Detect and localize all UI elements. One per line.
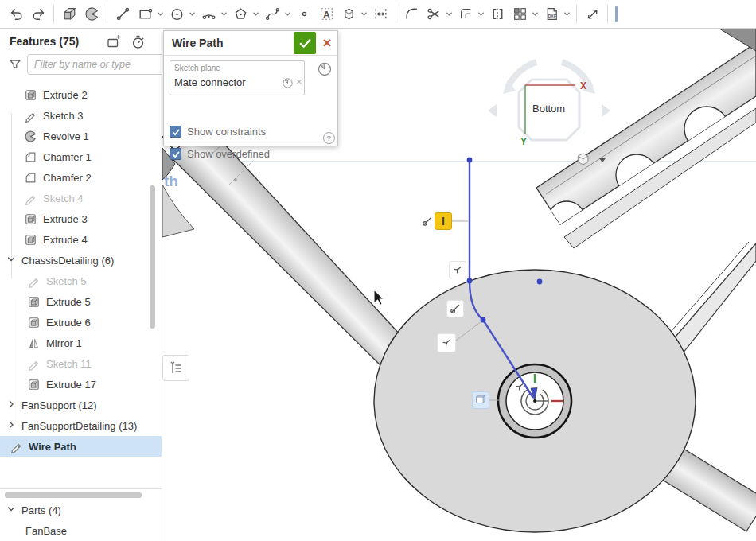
panel-scrollbar-thumb[interactable] bbox=[150, 185, 155, 329]
view-cube-menu-button[interactable] bbox=[573, 150, 610, 170]
feature-row[interactable]: Extrude 2 bbox=[0, 84, 162, 105]
trim-dropdown[interactable] bbox=[444, 4, 454, 25]
pattern-tool-group bbox=[509, 4, 540, 25]
sketch-dimension-icon[interactable] bbox=[370, 4, 391, 25]
sketch-polygon-icon[interactable] bbox=[230, 4, 251, 25]
extrude-solid-icon[interactable] bbox=[59, 4, 80, 25]
sketch-spline-dropdown[interactable] bbox=[283, 4, 292, 25]
show-constraints-row[interactable]: Show constraints bbox=[170, 126, 266, 138]
extrude-icon bbox=[24, 212, 37, 226]
coincident-icon[interactable] bbox=[437, 333, 456, 352]
extrude-icon bbox=[24, 233, 37, 247]
feature-list-flyout-button[interactable] bbox=[162, 355, 189, 381]
checkbox-checked-icon[interactable] bbox=[170, 126, 181, 138]
feature-row[interactable]: Extrude 17 bbox=[0, 374, 162, 395]
sketch-icon bbox=[27, 274, 41, 288]
commit-button[interactable] bbox=[294, 32, 316, 54]
splitter-handle[interactable] bbox=[5, 492, 142, 498]
coincident-icon[interactable] bbox=[449, 261, 466, 278]
measure-icon[interactable] bbox=[582, 4, 602, 25]
sketch-circle-icon[interactable] bbox=[166, 4, 187, 25]
sketch-spline-icon[interactable] bbox=[262, 4, 283, 25]
coincident-icon[interactable] bbox=[511, 378, 528, 395]
feature-row[interactable]: Sketch 3 bbox=[0, 105, 162, 126]
feature-row[interactable]: Extrude 3 bbox=[0, 208, 162, 229]
sketch-arc-dropdown[interactable] bbox=[219, 4, 228, 25]
sketch-rectangle-icon[interactable] bbox=[134, 4, 155, 25]
feature-row[interactable]: Mirror 1 bbox=[0, 333, 162, 353]
feature-row[interactable]: Sketch 11 bbox=[0, 353, 162, 374]
panel-splitter[interactable] bbox=[0, 488, 162, 500]
sketch-point-icon[interactable] bbox=[294, 4, 314, 25]
feature-label: Revolve 1 bbox=[43, 130, 89, 142]
chevron-right-icon[interactable] bbox=[6, 420, 18, 431]
feature-label: Chamfer 1 bbox=[43, 151, 92, 163]
sketch-polygon-dropdown[interactable] bbox=[251, 4, 260, 25]
mate-connector-icon[interactable] bbox=[282, 77, 294, 89]
feature-row[interactable]: Sketch 4 bbox=[0, 188, 162, 208]
pattern-icon[interactable] bbox=[509, 4, 530, 25]
create-mate-connector-icon[interactable] bbox=[317, 61, 333, 77]
revolve-solid-icon[interactable] bbox=[81, 4, 102, 25]
sketch-circle-dropdown[interactable] bbox=[187, 4, 197, 25]
sketch-arc-icon[interactable] bbox=[198, 4, 219, 25]
parts-header[interactable]: Parts (4) bbox=[0, 500, 162, 520]
import-dxf-dwg-dropdown[interactable] bbox=[562, 4, 571, 25]
feature-row[interactable]: Chamfer 1 bbox=[0, 146, 162, 167]
dialog-body: Sketch plane Mate connector × Show const… bbox=[164, 56, 337, 146]
import-dxf-dwg-icon[interactable] bbox=[541, 4, 562, 25]
sketch-line-icon[interactable] bbox=[112, 4, 133, 25]
vertical-constraint-glyph: I bbox=[442, 215, 445, 228]
feature-label: Sketch 3 bbox=[43, 110, 84, 122]
chevron-right-icon[interactable] bbox=[6, 399, 18, 411]
feature-row[interactable]: Extrude 6 bbox=[0, 312, 162, 333]
rollback-timer-icon[interactable] bbox=[131, 34, 146, 50]
filter-icon[interactable] bbox=[8, 57, 22, 72]
use-project-dropdown[interactable] bbox=[359, 4, 368, 25]
show-overdefined-row[interactable]: Show overdefined bbox=[170, 148, 270, 160]
sketch-text-icon[interactable] bbox=[316, 4, 337, 25]
feature-row[interactable]: Extrude 4 bbox=[0, 229, 162, 250]
sketch-icon bbox=[24, 109, 37, 123]
chevron-down-icon[interactable] bbox=[6, 255, 18, 266]
rotate-right-arrow bbox=[602, 104, 610, 117]
view-face-label[interactable]: Bottom bbox=[528, 101, 570, 116]
pierce-icon[interactable] bbox=[419, 212, 436, 230]
face-selection-badge[interactable] bbox=[472, 391, 489, 409]
feature-row[interactable]: FanSupportDetailing (13) bbox=[0, 415, 162, 436]
show-overdefined-label: Show overdefined bbox=[187, 148, 270, 160]
undo-icon[interactable] bbox=[6, 4, 26, 25]
checkbox-checked-icon[interactable] bbox=[170, 148, 181, 160]
feature-row[interactable]: Sketch 5 bbox=[0, 270, 162, 291]
sketch-rectangle-dropdown[interactable] bbox=[155, 4, 165, 25]
vertical-constraint-badge[interactable]: I bbox=[435, 212, 452, 230]
help-icon[interactable]: ? bbox=[323, 132, 335, 144]
offset-icon[interactable] bbox=[455, 4, 476, 25]
feature-row[interactable]: Revolve 1 bbox=[0, 126, 162, 146]
insert-folder-icon[interactable] bbox=[107, 34, 123, 50]
feature-row[interactable]: ChassisDetailing (6) bbox=[0, 250, 162, 270]
feature-row[interactable]: Wire Path bbox=[0, 436, 162, 457]
offset-dropdown[interactable] bbox=[476, 4, 485, 25]
sketch-fillet-icon[interactable] bbox=[401, 4, 422, 25]
redo-icon[interactable] bbox=[28, 4, 49, 25]
sketch-point bbox=[467, 158, 473, 163]
chamfer-icon bbox=[24, 150, 37, 164]
pierce-icon[interactable] bbox=[446, 300, 464, 317]
use-project-icon[interactable] bbox=[338, 4, 359, 25]
trim-tool-group bbox=[423, 4, 454, 25]
filter-input[interactable] bbox=[27, 54, 167, 75]
trim-icon[interactable] bbox=[423, 4, 444, 25]
feature-row[interactable]: FanSupport (12) bbox=[0, 395, 162, 415]
pattern-dropdown[interactable] bbox=[530, 4, 540, 25]
feature-row[interactable]: Chamfer 2 bbox=[0, 167, 162, 188]
sketch-plane-field[interactable]: Sketch plane Mate connector × bbox=[170, 60, 305, 95]
part-row[interactable]: FanBase bbox=[0, 520, 162, 541]
feature-row[interactable]: Extrude 5 bbox=[0, 291, 162, 312]
clear-selection-icon[interactable]: × bbox=[296, 76, 302, 88]
cancel-button[interactable]: × bbox=[318, 32, 336, 54]
sketch-mirror-icon[interactable] bbox=[487, 4, 508, 25]
extrude-icon bbox=[27, 316, 41, 329]
sketch-rectangle-tool-group bbox=[134, 4, 165, 25]
axis-y-label: Y bbox=[520, 136, 527, 147]
